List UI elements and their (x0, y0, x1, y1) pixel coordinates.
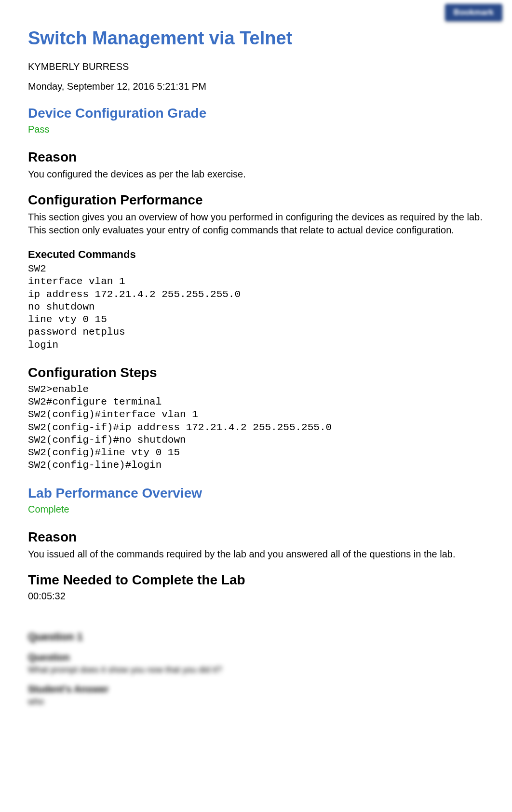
question-number: Question 1 (28, 631, 484, 643)
author-name: KYMBERLY BURRESS (28, 61, 484, 72)
question-label: Question (28, 652, 484, 663)
reason2-title: Reason (28, 529, 484, 545)
time-title: Time Needed to Complete the Lab (28, 572, 484, 588)
reason1-title: Reason (28, 149, 484, 165)
page-title: Switch Management via Telnet (28, 28, 484, 49)
executed-commands-code: SW2 interface vlan 1 ip address 172.21.4… (28, 263, 484, 352)
lab-perf-status: Complete (28, 504, 484, 515)
answer-label: Student's Answer (28, 684, 484, 695)
time-value: 00:05:32 (28, 591, 484, 602)
blurred-content: Question 1 Question What prompt does it … (28, 631, 484, 707)
answer-text: who (28, 697, 484, 707)
question-text: What prompt does it show you now that yo… (28, 665, 484, 675)
reason2-text: You issued all of the commands required … (28, 548, 484, 561)
config-steps-code: SW2>enable SW2#configure terminal SW2(co… (28, 383, 484, 472)
executed-commands-title: Executed Commands (28, 248, 484, 261)
grade-status: Pass (28, 124, 484, 135)
report-date: Monday, September 12, 2016 5:21:31 PM (28, 81, 484, 92)
lab-perf-title: Lab Performance Overview (28, 486, 484, 501)
config-perf-title: Configuration Performance (28, 192, 484, 208)
bookmark-button[interactable]: Bookmark (445, 4, 502, 21)
config-perf-text: This section gives you an overview of ho… (28, 211, 484, 237)
config-steps-title: Configuration Steps (28, 365, 484, 380)
reason1-text: You configured the devices as per the la… (28, 168, 484, 181)
grade-section-title: Device Configuration Grade (28, 106, 484, 121)
